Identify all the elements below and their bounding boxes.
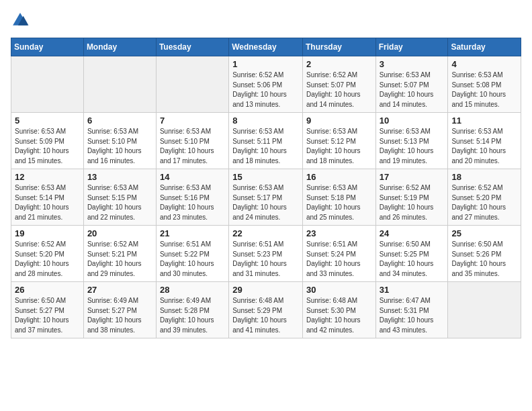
day-info: Sunrise: 6:48 AM Sunset: 5:29 PM Dayligh…	[232, 296, 299, 335]
day-number: 9	[306, 116, 372, 126]
calendar-cell: 1Sunrise: 6:52 AM Sunset: 5:06 PM Daylig…	[229, 56, 303, 113]
weekday-header-saturday: Saturday	[448, 38, 521, 56]
weekday-header-sunday: Sunday	[11, 38, 84, 56]
day-info: Sunrise: 6:53 AM Sunset: 5:14 PM Dayligh…	[451, 127, 517, 166]
calendar-cell: 6Sunrise: 6:53 AM Sunset: 5:10 PM Daylig…	[83, 113, 156, 169]
weekday-header-monday: Monday	[83, 38, 156, 56]
calendar-cell: 13Sunrise: 6:53 AM Sunset: 5:15 PM Dayli…	[83, 169, 156, 226]
day-info: Sunrise: 6:52 AM Sunset: 5:19 PM Dayligh…	[380, 183, 445, 222]
day-number: 15	[232, 172, 299, 182]
day-number: 23	[306, 228, 372, 238]
calendar-week-row: 26Sunrise: 6:50 AM Sunset: 5:27 PM Dayli…	[11, 282, 521, 338]
weekday-header-row: SundayMondayTuesdayWednesdayThursdayFrid…	[11, 38, 521, 56]
calendar-cell: 5Sunrise: 6:53 AM Sunset: 5:09 PM Daylig…	[11, 113, 84, 169]
calendar-cell: 28Sunrise: 6:49 AM Sunset: 5:28 PM Dayli…	[156, 282, 228, 338]
calendar-body: 1Sunrise: 6:52 AM Sunset: 5:06 PM Daylig…	[11, 56, 521, 338]
calendar-cell: 29Sunrise: 6:48 AM Sunset: 5:29 PM Dayli…	[229, 282, 303, 338]
day-info: Sunrise: 6:52 AM Sunset: 5:06 PM Dayligh…	[232, 71, 299, 109]
day-number: 30	[306, 285, 372, 295]
calendar-cell: 2Sunrise: 6:52 AM Sunset: 5:07 PM Daylig…	[302, 56, 375, 113]
day-info: Sunrise: 6:48 AM Sunset: 5:30 PM Dayligh…	[306, 296, 372, 335]
weekday-header-wednesday: Wednesday	[229, 38, 303, 56]
day-info: Sunrise: 6:51 AM Sunset: 5:22 PM Dayligh…	[160, 240, 225, 279]
day-number: 25	[451, 228, 517, 238]
calendar-cell: 11Sunrise: 6:53 AM Sunset: 5:14 PM Dayli…	[448, 113, 521, 169]
calendar-week-row: 1Sunrise: 6:52 AM Sunset: 5:06 PM Daylig…	[11, 56, 521, 113]
day-number: 29	[232, 285, 299, 295]
calendar-cell	[11, 56, 84, 113]
day-number: 13	[87, 172, 152, 182]
calendar-cell: 23Sunrise: 6:51 AM Sunset: 5:24 PM Dayli…	[302, 226, 375, 282]
day-info: Sunrise: 6:53 AM Sunset: 5:13 PM Dayligh…	[380, 127, 445, 166]
day-number: 27	[87, 285, 152, 295]
calendar-cell: 3Sunrise: 6:53 AM Sunset: 5:07 PM Daylig…	[375, 56, 448, 113]
day-number: 16	[306, 172, 372, 182]
page-header	[11, 11, 521, 30]
day-number: 14	[160, 172, 225, 182]
calendar-cell: 4Sunrise: 6:53 AM Sunset: 5:08 PM Daylig…	[448, 56, 521, 113]
day-number: 26	[15, 285, 80, 295]
day-info: Sunrise: 6:49 AM Sunset: 5:27 PM Dayligh…	[87, 296, 152, 335]
weekday-header-tuesday: Tuesday	[156, 38, 228, 56]
day-info: Sunrise: 6:51 AM Sunset: 5:23 PM Dayligh…	[232, 240, 299, 279]
day-number: 18	[451, 172, 517, 182]
calendar-cell: 20Sunrise: 6:52 AM Sunset: 5:21 PM Dayli…	[83, 226, 156, 282]
day-number: 6	[87, 116, 152, 126]
calendar-cell: 30Sunrise: 6:48 AM Sunset: 5:30 PM Dayli…	[302, 282, 375, 338]
calendar-cell: 24Sunrise: 6:50 AM Sunset: 5:25 PM Dayli…	[375, 226, 448, 282]
weekday-header-friday: Friday	[375, 38, 448, 56]
calendar-cell: 19Sunrise: 6:52 AM Sunset: 5:20 PM Dayli…	[11, 226, 84, 282]
day-number: 5	[15, 116, 80, 126]
calendar-cell	[156, 56, 228, 113]
calendar-cell: 12Sunrise: 6:53 AM Sunset: 5:14 PM Dayli…	[11, 169, 84, 226]
day-info: Sunrise: 6:52 AM Sunset: 5:21 PM Dayligh…	[87, 240, 152, 279]
calendar-week-row: 12Sunrise: 6:53 AM Sunset: 5:14 PM Dayli…	[11, 169, 521, 226]
day-info: Sunrise: 6:51 AM Sunset: 5:24 PM Dayligh…	[306, 240, 372, 279]
day-number: 11	[451, 116, 517, 126]
day-info: Sunrise: 6:53 AM Sunset: 5:10 PM Dayligh…	[160, 127, 225, 166]
day-number: 22	[232, 228, 299, 238]
day-info: Sunrise: 6:52 AM Sunset: 5:07 PM Dayligh…	[306, 71, 372, 109]
calendar-cell: 22Sunrise: 6:51 AM Sunset: 5:23 PM Dayli…	[229, 226, 303, 282]
day-info: Sunrise: 6:52 AM Sunset: 5:20 PM Dayligh…	[15, 240, 80, 279]
day-number: 19	[15, 228, 80, 238]
day-number: 17	[380, 172, 445, 182]
day-number: 20	[87, 228, 152, 238]
day-info: Sunrise: 6:53 AM Sunset: 5:18 PM Dayligh…	[306, 183, 372, 222]
day-info: Sunrise: 6:53 AM Sunset: 5:17 PM Dayligh…	[232, 183, 299, 222]
calendar-cell: 18Sunrise: 6:52 AM Sunset: 5:20 PM Dayli…	[448, 169, 521, 226]
calendar-cell	[448, 282, 521, 338]
day-number: 7	[160, 116, 225, 126]
day-info: Sunrise: 6:53 AM Sunset: 5:07 PM Dayligh…	[380, 71, 445, 109]
logo	[11, 11, 32, 30]
calendar-cell: 27Sunrise: 6:49 AM Sunset: 5:27 PM Dayli…	[83, 282, 156, 338]
calendar-table: SundayMondayTuesdayWednesdayThursdayFrid…	[11, 38, 521, 338]
day-info: Sunrise: 6:53 AM Sunset: 5:15 PM Dayligh…	[87, 183, 152, 222]
day-info: Sunrise: 6:52 AM Sunset: 5:20 PM Dayligh…	[451, 183, 517, 222]
day-number: 31	[380, 285, 445, 295]
day-number: 8	[232, 116, 299, 126]
calendar-week-row: 19Sunrise: 6:52 AM Sunset: 5:20 PM Dayli…	[11, 226, 521, 282]
calendar-cell: 31Sunrise: 6:47 AM Sunset: 5:31 PM Dayli…	[375, 282, 448, 338]
day-info: Sunrise: 6:53 AM Sunset: 5:10 PM Dayligh…	[87, 127, 152, 166]
day-info: Sunrise: 6:53 AM Sunset: 5:11 PM Dayligh…	[232, 127, 299, 166]
calendar-cell: 7Sunrise: 6:53 AM Sunset: 5:10 PM Daylig…	[156, 113, 228, 169]
calendar-cell	[83, 56, 156, 113]
calendar-cell: 26Sunrise: 6:50 AM Sunset: 5:27 PM Dayli…	[11, 282, 84, 338]
day-info: Sunrise: 6:50 AM Sunset: 5:27 PM Dayligh…	[15, 296, 80, 335]
weekday-header-thursday: Thursday	[302, 38, 375, 56]
day-info: Sunrise: 6:50 AM Sunset: 5:26 PM Dayligh…	[451, 240, 517, 279]
day-info: Sunrise: 6:53 AM Sunset: 5:09 PM Dayligh…	[15, 127, 80, 166]
calendar-cell: 15Sunrise: 6:53 AM Sunset: 5:17 PM Dayli…	[229, 169, 303, 226]
day-number: 12	[15, 172, 80, 182]
day-number: 3	[380, 59, 445, 69]
day-info: Sunrise: 6:53 AM Sunset: 5:12 PM Dayligh…	[306, 127, 372, 166]
calendar-cell: 21Sunrise: 6:51 AM Sunset: 5:22 PM Dayli…	[156, 226, 228, 282]
calendar-header: SundayMondayTuesdayWednesdayThursdayFrid…	[11, 38, 521, 56]
day-info: Sunrise: 6:53 AM Sunset: 5:16 PM Dayligh…	[160, 183, 225, 222]
day-info: Sunrise: 6:47 AM Sunset: 5:31 PM Dayligh…	[380, 296, 445, 335]
calendar-cell: 17Sunrise: 6:52 AM Sunset: 5:19 PM Dayli…	[375, 169, 448, 226]
calendar-cell: 25Sunrise: 6:50 AM Sunset: 5:26 PM Dayli…	[448, 226, 521, 282]
day-number: 4	[451, 59, 517, 69]
logo-icon	[11, 11, 30, 30]
